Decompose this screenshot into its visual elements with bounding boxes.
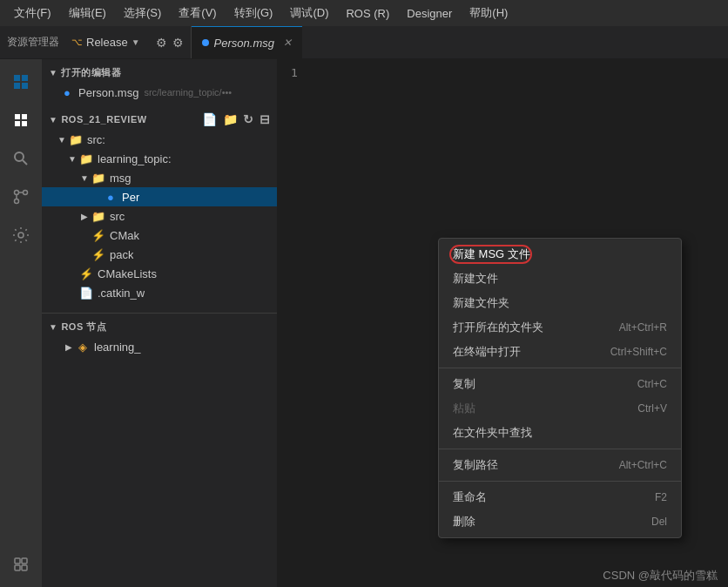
file-tab-dot bbox=[202, 39, 209, 46]
new-file-icon[interactable]: 📄 bbox=[202, 112, 218, 126]
watermark: CSDN @敲代码的雪糕 bbox=[603, 568, 718, 584]
ctx-delete-shortcut: Del bbox=[651, 516, 667, 528]
collapse-icon[interactable]: ⊟ bbox=[260, 112, 271, 126]
ctx-open-folder-label: 打开所在的文件夹 bbox=[453, 320, 543, 335]
ctx-new-msg[interactable]: 新建 MSG 文件 bbox=[439, 242, 681, 267]
file-tab-close-icon[interactable]: ✕ bbox=[283, 37, 292, 49]
ctx-rename[interactable]: 重命名 F2 bbox=[439, 485, 681, 509]
catkin-label: .catkin_w bbox=[98, 287, 145, 300]
svg-point-6 bbox=[15, 191, 19, 195]
ctx-open-terminal-shortcut: Ctrl+Shift+C bbox=[610, 346, 667, 358]
activity-search-icon[interactable] bbox=[5, 143, 37, 174]
tab-bar: 资源管理器 ⌥ Release ▼ ⚙ ⚙ Person.msg ✕ bbox=[0, 26, 728, 59]
ros-nodes-label: ROS 节点 bbox=[61, 320, 106, 334]
msg-label: msg bbox=[110, 172, 131, 185]
project-chevron: ▼ bbox=[49, 115, 57, 125]
ctx-open-folder-shortcut: Alt+Ctrl+R bbox=[619, 321, 667, 334]
activity-settings-icon[interactable] bbox=[5, 219, 37, 251]
settings-gear2-icon[interactable]: ⚙ bbox=[172, 36, 184, 50]
src-child-folder-icon: 📁 bbox=[91, 210, 106, 223]
context-menu: 新建 MSG 文件 新建文件 新建文件夹 打开所在的文件夹 Alt+Ctrl+R… bbox=[438, 238, 682, 538]
branch-selector[interactable]: ⌥ Release ▼ bbox=[64, 33, 147, 51]
project-name: ROS_21_REVIEW bbox=[61, 114, 146, 125]
ctx-open-terminal[interactable]: 在终端中打开 Ctrl+Shift+C bbox=[439, 340, 681, 364]
gear-icons-group: ⚙ ⚙ bbox=[156, 36, 184, 50]
ros-node-icon: ◈ bbox=[75, 341, 91, 354]
msg-chevron: ▼ bbox=[78, 173, 91, 183]
svg-rect-10 bbox=[22, 558, 27, 563]
sidebar: ▼ 打开的编辑器 ● Person.msg src/learning_topic… bbox=[42, 59, 277, 587]
svg-point-4 bbox=[15, 152, 24, 161]
catkin-icon: 📄 bbox=[78, 287, 94, 300]
activity-icon-logo bbox=[5, 66, 37, 98]
menu-edit[interactable]: 编辑(E) bbox=[62, 3, 113, 23]
activity-explorer-icon[interactable] bbox=[5, 105, 37, 136]
tree-item-package-child[interactable]: ⚡ pack bbox=[42, 245, 277, 264]
menu-file[interactable]: 文件(F) bbox=[7, 3, 58, 23]
open-editors-section: ▼ 打开的编辑器 ● Person.msg src/learning_topic… bbox=[42, 59, 277, 105]
ctx-paste-label: 粘贴 bbox=[453, 401, 475, 416]
open-file-item[interactable]: ● Person.msg src/learning_topic/••• bbox=[42, 83, 277, 102]
ctx-find-in-folder-label: 在文件夹中查找 bbox=[453, 425, 532, 441]
project-header[interactable]: ▼ ROS_21_REVIEW 📄 📁 ↻ ⊟ bbox=[42, 109, 277, 130]
ctx-find-in-folder[interactable]: 在文件夹中查找 bbox=[439, 421, 681, 445]
activity-extensions-icon[interactable] bbox=[5, 549, 37, 580]
svg-rect-0 bbox=[14, 75, 20, 81]
ctx-delete[interactable]: 删除 Del bbox=[439, 509, 681, 534]
svg-rect-2 bbox=[14, 83, 20, 89]
ctx-copy-shortcut: Ctrl+C bbox=[637, 378, 667, 390]
file-tab-label: Person.msg bbox=[214, 37, 274, 50]
tree-item-cmakelists[interactable]: ⚡ CMakeLists bbox=[42, 264, 277, 283]
tree-item-ros-node[interactable]: ▶ ◈ learning_ bbox=[42, 337, 277, 356]
ctx-new-folder[interactable]: 新建文件夹 bbox=[439, 291, 681, 315]
svg-point-7 bbox=[24, 191, 28, 195]
tree-item-cmake-child[interactable]: ⚡ CMak bbox=[42, 226, 277, 245]
menu-designer[interactable]: Designer bbox=[400, 5, 459, 22]
menu-ros[interactable]: ROS (R) bbox=[339, 5, 396, 22]
ctx-new-folder-label: 新建文件夹 bbox=[453, 295, 509, 311]
person-msg-icon: ● bbox=[103, 191, 118, 204]
new-folder-icon[interactable]: 📁 bbox=[223, 112, 239, 126]
menu-debug[interactable]: 调试(D) bbox=[283, 3, 335, 23]
activity-bar bbox=[0, 59, 42, 587]
refresh-icon[interactable]: ↻ bbox=[243, 112, 254, 126]
src-chevron: ▼ bbox=[56, 135, 68, 145]
ctx-copy[interactable]: 复制 Ctrl+C bbox=[439, 372, 681, 396]
learning-topic-label: learning_topic: bbox=[98, 152, 172, 165]
branch-dropdown-icon: ▼ bbox=[131, 37, 140, 47]
ctx-new-file[interactable]: 新建文件 bbox=[439, 267, 681, 291]
ros-nodes-header[interactable]: ▼ ROS 节点 bbox=[42, 317, 277, 337]
tree-item-msg[interactable]: ▼ 📁 msg bbox=[42, 168, 277, 187]
svg-point-8 bbox=[15, 199, 19, 204]
explorer-tab-section: 资源管理器 ⌥ Release ▼ ⚙ ⚙ bbox=[0, 26, 192, 58]
tree-item-person-msg[interactable]: ● Per bbox=[42, 187, 277, 206]
file-tab-person-msg[interactable]: Person.msg ✕ bbox=[192, 26, 302, 58]
svg-rect-3 bbox=[22, 83, 28, 89]
open-editors-header[interactable]: ▼ 打开的编辑器 bbox=[42, 63, 277, 83]
line-numbers: 1 bbox=[277, 59, 728, 86]
branch-name: Release bbox=[86, 36, 128, 49]
tree-item-src-child[interactable]: ▶ 📁 src bbox=[42, 206, 277, 226]
ctx-paste[interactable]: 粘贴 Ctrl+V bbox=[439, 396, 681, 421]
cmake-child-label: CMak bbox=[110, 229, 139, 242]
menu-view[interactable]: 查看(V) bbox=[172, 3, 223, 23]
tree-item-catkin[interactable]: 📄 .catkin_w bbox=[42, 283, 277, 302]
open-file-name: Person.msg bbox=[78, 86, 138, 99]
open-file-path: src/learning_topic/••• bbox=[144, 87, 232, 98]
msg-folder-icon: 📁 bbox=[91, 172, 106, 185]
activity-source-control-icon[interactable] bbox=[5, 181, 37, 213]
menu-goto[interactable]: 转到(G) bbox=[227, 3, 280, 23]
ros-node-label: learning_ bbox=[94, 341, 141, 354]
svg-rect-9 bbox=[15, 558, 20, 563]
ctx-copy-path[interactable]: 复制路径 Alt+Ctrl+C bbox=[439, 453, 681, 477]
menu-help[interactable]: 帮助(H) bbox=[462, 3, 515, 23]
tree-item-learning-topic[interactable]: ▼ 📁 learning_topic: bbox=[42, 149, 277, 168]
svg-rect-12 bbox=[22, 565, 27, 570]
settings-gear-icon[interactable]: ⚙ bbox=[156, 36, 167, 50]
cmakelists-label: CMakeLists bbox=[98, 267, 157, 280]
tree-item-src[interactable]: ▼ 📁 src: bbox=[42, 130, 277, 149]
learning-topic-chevron: ▼ bbox=[66, 154, 78, 164]
src-folder-icon: 📁 bbox=[68, 133, 84, 146]
menu-select[interactable]: 选择(S) bbox=[117, 3, 168, 23]
ctx-open-folder[interactable]: 打开所在的文件夹 Alt+Ctrl+R bbox=[439, 315, 681, 340]
